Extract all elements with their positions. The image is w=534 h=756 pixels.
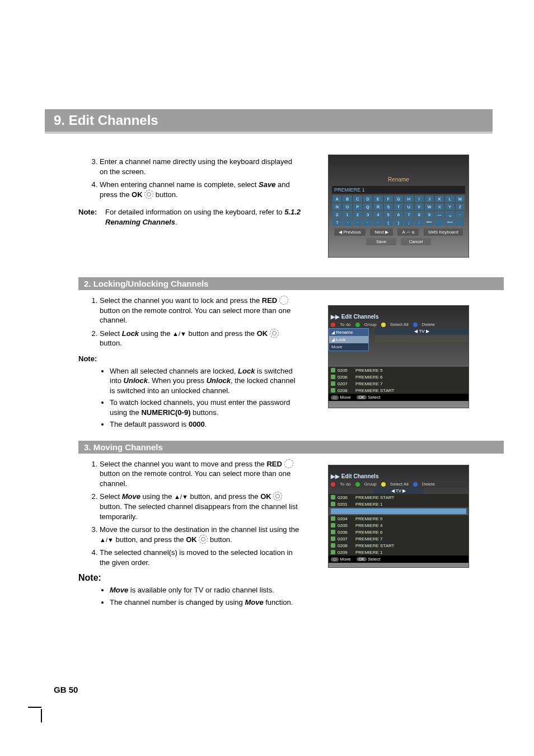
up-down-arrows-icon: ▲/▼ [172,330,186,338]
chapter-title: 9. Edit Channels [45,113,158,128]
page: 9. Edit Channels Rename PREMIERE 1 ABCDE… [0,0,534,756]
note-label: Note: [78,207,105,227]
s3-step-3: Move the cursor to the destination in th… [100,525,302,544]
chapter-title-bar: 9. Edit Channels [45,109,493,134]
s3-bullets: Move is available only for TV or radio c… [78,585,468,607]
intro-steps: Enter a channel name directly using the … [78,157,302,227]
s2-bullet-2: To watch locked channels, you must enter… [110,398,302,417]
crop-mark-h [28,707,41,708]
s2-bullet-1: When all selected channels are locked, L… [110,366,302,396]
s3-note-label: Note: [78,573,493,583]
s2-step-1: Select the channel you want to lock and … [100,296,302,325]
remote-red-icon [279,296,288,305]
intro-note: Note: For detailed information on using … [78,207,302,227]
s3-step-2: Select Move using the ▲/▼ button, and pr… [100,492,302,521]
intro-step-3: Enter a channel name directly using the … [100,157,302,176]
up-down-arrows-icon: ▲/▼ [100,536,114,544]
ok-button-icon [270,329,279,338]
s3-bullet-1: Move is available only for TV or radio c… [110,585,468,595]
up-down-arrows-icon: ▲/▼ [174,493,188,501]
ok-button-icon [199,535,208,544]
s2-bullet-3: The default password is 0000. [110,419,302,430]
s3-bullet-2: The channel number is changed by using M… [110,598,468,608]
ok-button-icon [144,190,153,199]
content: Enter a channel name directly using the … [78,151,493,609]
s3-step-4: The selected channel(s) is moved to the … [100,548,302,567]
section-3-title: 3. Moving Channels [78,441,504,454]
intro-step-4: When entering channel name is complete, … [100,180,302,199]
s2-note-label: Note: [78,354,302,364]
page-footer: GB 50 [54,685,78,694]
crop-mark-v [41,709,42,722]
s2-step-2: Select Lock using the ▲/▼ button and pre… [100,329,302,348]
s3-step-1: Select the channel you want to move and … [100,459,302,489]
section-3-body: Select the channel you want to move and … [78,459,302,567]
remote-red-icon [284,459,293,468]
section-2-title: 2. Locking/Unlocking Channels [78,277,504,290]
note-text: For detailed information on using the ke… [105,207,302,227]
section-2-body: Select the channel you want to lock and … [78,296,302,430]
ok-button-icon [273,492,282,501]
